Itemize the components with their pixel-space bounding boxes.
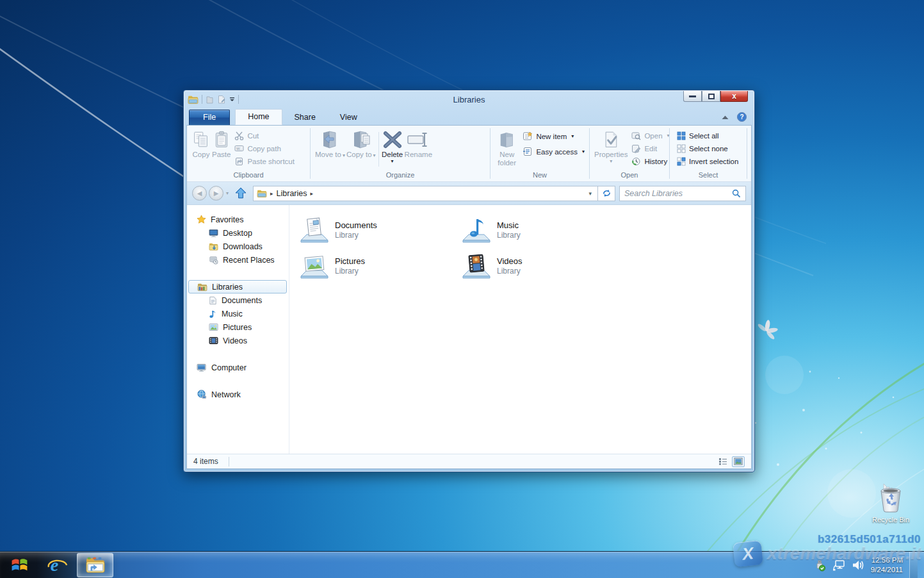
content-item-pictures[interactable]: PicturesLibrary [300, 248, 462, 284]
refresh-button[interactable] [598, 186, 615, 201]
maximize-button[interactable] [702, 91, 720, 102]
paste-icon [213, 129, 231, 151]
open-button[interactable]: Open▾ [629, 130, 671, 141]
system-tray: 12:56 PM 9/24/2011 [814, 552, 924, 578]
recent-pages-dropdown-icon[interactable]: ▾ [226, 190, 229, 196]
delete-icon [382, 129, 403, 151]
search-box[interactable] [619, 186, 746, 201]
content-item-music[interactable]: MusicLibrary [462, 212, 624, 248]
breadcrumb-arrow-icon[interactable]: ▸ [270, 190, 273, 197]
tab-view[interactable]: View [328, 110, 369, 125]
copy-to-icon [351, 129, 371, 151]
search-icon[interactable] [732, 189, 741, 198]
ribbon-group-open: Properties ▾ Open▾ Edit [590, 126, 669, 181]
tab-file[interactable]: File [189, 110, 230, 125]
sidebar-item-pictures[interactable]: Pictures [187, 320, 289, 334]
close-icon: x [732, 92, 736, 101]
system-folder-icon[interactable] [188, 95, 199, 104]
back-button[interactable]: ◀ [192, 186, 207, 201]
breadcrumb-libraries[interactable]: Libraries [277, 189, 307, 198]
breadcrumb-bar[interactable]: ▸ Libraries ▸ ▾ [253, 186, 598, 201]
sidebar-item-computer[interactable]: Computer [187, 361, 289, 374]
thumbnail-view-icon [734, 458, 743, 465]
taskbar-explorer-button[interactable] [77, 553, 113, 577]
start-button[interactable] [0, 552, 38, 578]
group-label-open: Open [590, 170, 669, 181]
sidebar-item-favorites[interactable]: Favorites [187, 213, 289, 226]
new-item-button[interactable]: New item▾ [521, 131, 587, 142]
usb-device-icon[interactable] [814, 559, 826, 572]
group-label-clipboard: Clipboard [187, 170, 310, 181]
help-icon[interactable]: ? [737, 112, 747, 122]
volume-icon[interactable] [852, 559, 864, 571]
select-all-icon [677, 131, 686, 140]
computer-icon [197, 363, 207, 372]
copy-button[interactable]: Copy [191, 128, 211, 160]
paste-shortcut-button[interactable]: Paste shortcut [232, 156, 296, 167]
select-none-button[interactable]: Select none [675, 143, 740, 154]
new-folder-button[interactable]: New folder [494, 128, 519, 168]
sidebar-item-videos[interactable]: Videos [187, 334, 289, 347]
properties-button[interactable]: Properties ▾ [594, 128, 628, 164]
sidebar-item-network[interactable]: Network [187, 388, 289, 401]
select-all-button[interactable]: Select all [675, 130, 740, 141]
ribbon-controls: ? [721, 112, 747, 122]
search-input[interactable] [624, 189, 732, 198]
up-button[interactable] [232, 186, 249, 201]
content-item-documents[interactable]: DocumentsLibrary [300, 212, 462, 248]
explorer-window: Libraries x File Home Share View [183, 90, 755, 472]
paste-button[interactable]: Paste [211, 128, 231, 160]
taskbar-clock[interactable]: 12:56 PM 9/24/2011 [871, 556, 903, 575]
easy-access-button[interactable]: Easy access▾ [521, 146, 587, 157]
close-button[interactable]: x [720, 91, 748, 102]
tab-home[interactable]: Home [235, 109, 282, 125]
sidebar-item-desktop[interactable]: Desktop [187, 226, 289, 240]
tab-share[interactable]: Share [282, 110, 328, 125]
history-button[interactable]: History [629, 156, 671, 167]
clock-date: 9/24/2011 [871, 565, 903, 575]
new-folder-icon [498, 129, 517, 151]
details-view-button[interactable] [717, 456, 729, 467]
recycle-bin-label: Recycle Bin [871, 516, 911, 524]
paste-shortcut-icon [234, 157, 244, 166]
group-label-organize: Organize [311, 170, 490, 181]
qat-folder-icon[interactable] [206, 95, 214, 104]
address-dropdown-icon[interactable]: ▾ [586, 190, 594, 197]
sidebar-item-downloads[interactable]: Downloads [187, 240, 289, 253]
title-bar[interactable]: Libraries x [186, 90, 752, 108]
refresh-icon [602, 188, 612, 198]
cut-button[interactable]: Cut [232, 130, 296, 141]
spacer [187, 347, 289, 361]
taskbar-ie-button[interactable]: e [39, 553, 76, 577]
breadcrumb-arrow-icon[interactable]: ▸ [310, 190, 313, 197]
recycle-bin[interactable]: Recycle Bin [871, 483, 911, 524]
file-explorer-icon [85, 556, 106, 574]
delete-button[interactable]: Delete ▾ [381, 128, 404, 164]
copy-to-button[interactable]: Copy to▾ [346, 128, 377, 160]
divider [378, 132, 379, 167]
qat-dropdown-icon[interactable] [229, 97, 235, 102]
invert-selection-button[interactable]: Invert selection [675, 156, 740, 167]
network-status-icon[interactable] [832, 559, 845, 571]
move-to-button[interactable]: Move to▾ [314, 128, 346, 160]
rename-icon [407, 129, 430, 151]
edit-button[interactable]: Edit [629, 143, 671, 154]
sidebar-item-documents[interactable]: Documents [187, 293, 289, 307]
collapse-ribbon-icon[interactable] [721, 115, 729, 120]
sidebar-item-music[interactable]: Music [187, 307, 289, 320]
sidebar-item-libraries[interactable]: Libraries [188, 280, 287, 293]
thumbnail-view-button[interactable] [732, 456, 745, 467]
content-item-videos[interactable]: VideosLibrary [462, 248, 624, 284]
minimize-button[interactable] [683, 91, 702, 102]
qat-document-icon[interactable] [217, 95, 226, 104]
forward-button[interactable]: ▶ [209, 186, 223, 201]
sidebar-item-recent-places[interactable]: Recent Places [187, 253, 289, 267]
easy-access-icon [523, 147, 533, 156]
ribbon-tab-row: File Home Share View ? [186, 108, 752, 125]
details-view-icon [718, 458, 727, 465]
copy-path-button[interactable]: W.. Copy path [232, 143, 296, 154]
taskbar: e [0, 551, 924, 578]
breadcrumb-folder-icon [257, 189, 267, 198]
show-desktop-button[interactable] [909, 552, 918, 578]
rename-button[interactable]: Rename [404, 128, 433, 160]
